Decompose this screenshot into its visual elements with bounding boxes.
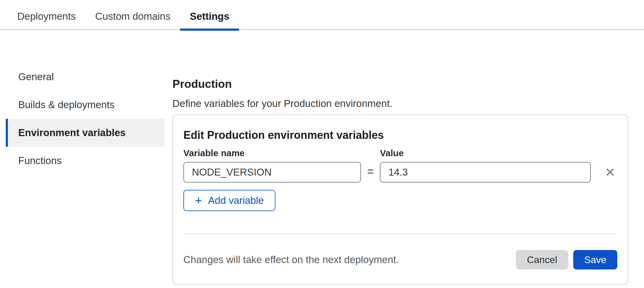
- card-title: Edit Production environment variables: [183, 129, 617, 142]
- sidebar-item-builds-deployments[interactable]: Builds & deployments: [6, 91, 165, 119]
- edit-variables-card: Edit Production environment variables Va…: [172, 115, 628, 285]
- variable-row: Variable name = Value ✕: [183, 148, 617, 183]
- card-footer: Changes will take effect on the next dep…: [183, 250, 617, 269]
- card-divider: [183, 234, 617, 234]
- cancel-button[interactable]: Cancel: [516, 250, 568, 269]
- footer-actions: Cancel Save: [516, 250, 617, 269]
- remove-variable-button[interactable]: ✕: [605, 166, 615, 179]
- pages-project-settings-page: Deployments Custom domains Settings Gene…: [0, 0, 644, 288]
- section-title: Production: [172, 77, 628, 91]
- variable-value-field-group: Value: [380, 148, 591, 183]
- variable-name-field-group: Variable name: [183, 148, 361, 183]
- sidebar-item-general[interactable]: General: [6, 63, 165, 91]
- settings-sidebar: General Builds & deployments Environment…: [6, 63, 165, 175]
- variable-value-input[interactable]: [380, 162, 591, 183]
- add-variable-button[interactable]: + Add variable: [183, 190, 275, 211]
- equals-sign: =: [367, 165, 374, 178]
- variable-value-label: Value: [380, 148, 591, 158]
- tab-bar: Deployments Custom domains Settings: [0, 0, 644, 30]
- settings-content: General Builds & deployments Environment…: [0, 63, 644, 285]
- save-button[interactable]: Save: [573, 250, 617, 269]
- variable-name-label: Variable name: [183, 148, 361, 158]
- add-variable-label: Add variable: [208, 195, 264, 206]
- x-icon: ✕: [605, 165, 615, 180]
- sidebar-item-environment-variables[interactable]: Environment variables: [6, 119, 165, 147]
- sidebar-item-functions[interactable]: Functions: [6, 147, 165, 175]
- environment-variables-panel: Production Define variables for your Pro…: [172, 63, 628, 285]
- section-description: Define variables for your Production env…: [172, 98, 628, 110]
- footer-note: Changes will take effect on the next dep…: [183, 254, 399, 266]
- tab-settings[interactable]: Settings: [180, 9, 239, 29]
- tab-custom-domains[interactable]: Custom domains: [86, 9, 180, 29]
- tab-deployments[interactable]: Deployments: [8, 9, 86, 29]
- variable-name-input[interactable]: [183, 162, 361, 183]
- plus-icon: +: [195, 195, 202, 206]
